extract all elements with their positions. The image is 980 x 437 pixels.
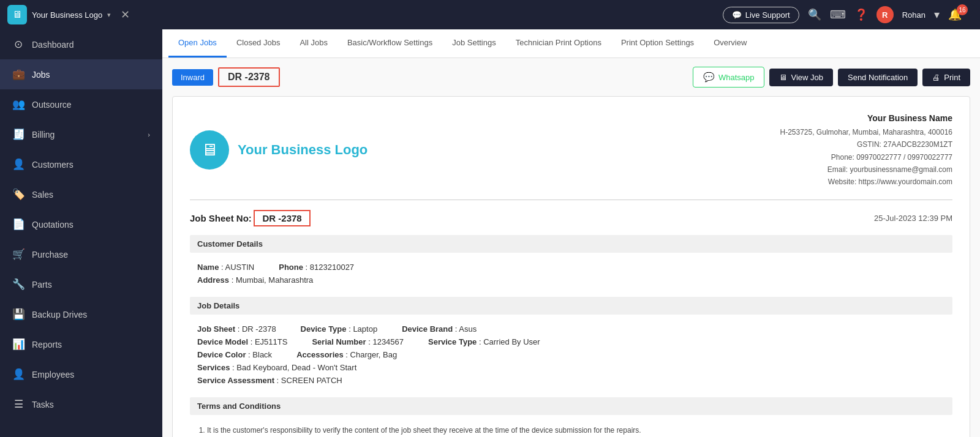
sidebar-item-outsource[interactable]: 👥 Outsource bbox=[0, 89, 162, 119]
print-button[interactable]: 🖨 Print bbox=[922, 69, 970, 86]
tab-basic-workflow[interactable]: Basic/Workflow Settings bbox=[337, 29, 442, 58]
parts-icon: 🔧 bbox=[12, 278, 24, 291]
tab-job-settings[interactable]: Job Settings bbox=[442, 29, 506, 58]
customer-section-header: Customer Details bbox=[190, 235, 952, 253]
job-id-section: Inward DR -2378 bbox=[172, 67, 280, 87]
sidebar-item-sales[interactable]: 🏷️ Sales bbox=[0, 179, 162, 209]
whatsapp-button[interactable]: 💬 Whatsapp bbox=[693, 67, 765, 88]
job-number-box: DR -2378 bbox=[218, 67, 279, 87]
header-right: 💬 Live Support 🔍 ⌨ ❓ R Rohan ▾ 🔔 16 bbox=[723, 6, 973, 23]
sidebar-item-purchase[interactable]: 🛒 Purchase bbox=[0, 239, 162, 269]
inward-badge: Inward bbox=[172, 69, 213, 86]
accessories-field: Accessories : Charger, Bag bbox=[296, 350, 397, 359]
billing-arrow-icon: › bbox=[148, 131, 150, 138]
sidebar-item-parts[interactable]: 🔧 Parts bbox=[0, 269, 162, 299]
tab-technician-print[interactable]: Technician Print Options bbox=[506, 29, 611, 58]
device-model-field: Device Model : EJ511TS bbox=[197, 337, 287, 346]
device-color-field: Device Color : Black bbox=[197, 350, 272, 359]
app-logo-icon: 🖥 bbox=[7, 5, 27, 24]
main-content: Open Jobs Closed Jobs All Jobs Basic/Wor… bbox=[162, 29, 980, 437]
customer-section-body: Name : AUSTIN Phone : 8123210027 Address… bbox=[190, 259, 952, 297]
employees-icon: 👤 bbox=[12, 368, 24, 381]
customer-phone: Phone : 8123210027 bbox=[279, 263, 354, 272]
outsource-icon: 👥 bbox=[12, 98, 24, 111]
business-logo: 🖥 Your Business Logo bbox=[190, 130, 368, 170]
job-section-header: Job Details bbox=[190, 297, 952, 315]
business-header: 🖥 Your Business Logo Your Business Name … bbox=[190, 111, 952, 200]
device-type-field: Device Type : Laptop bbox=[301, 324, 378, 334]
user-name: Rohan bbox=[902, 10, 925, 20]
job-row-1: Job Sheet : DR -2378 Device Type : Lapto… bbox=[197, 324, 945, 334]
sidebar-item-backup-drives[interactable]: 💾 Backup Drives bbox=[0, 299, 162, 329]
sidebar-item-dashboard[interactable]: ⊙ Dashboard bbox=[0, 29, 162, 59]
job-row-2: Device Model : EJ511TS Serial Number : 1… bbox=[197, 337, 945, 346]
customers-icon: 👤 bbox=[12, 158, 24, 171]
purchase-icon: 🛒 bbox=[12, 248, 24, 261]
business-logo-name: Your Business Logo bbox=[238, 142, 368, 158]
tab-open-jobs[interactable]: Open Jobs bbox=[168, 29, 227, 58]
sidebar-item-jobs[interactable]: 💼 Jobs bbox=[0, 59, 162, 89]
sidebar-item-tasks[interactable]: ☰ Tasks bbox=[0, 389, 162, 419]
tab-all-jobs[interactable]: All Jobs bbox=[290, 29, 337, 58]
serial-number-field: Serial Number : 1234567 bbox=[312, 337, 404, 346]
notification-count: 16 bbox=[957, 4, 968, 15]
terms-list: It is the customer's responsibility to v… bbox=[190, 421, 952, 437]
job-row-4: Services : Bad Keyboard, Dead - Won't St… bbox=[197, 363, 945, 372]
job-sheet-number-section: Job Sheet No: DR -2378 bbox=[190, 210, 311, 226]
sidebar-item-reports[interactable]: 📊 Reports bbox=[0, 329, 162, 359]
content-area: Inward DR -2378 💬 Whatsapp 🖥 View Job Se… bbox=[162, 58, 980, 437]
job-row-3: Device Color : Black Accessories : Charg… bbox=[197, 350, 945, 359]
jobs-icon: 💼 bbox=[12, 68, 24, 81]
reports-icon: 📊 bbox=[12, 338, 24, 351]
billing-icon: 🧾 bbox=[12, 128, 24, 141]
live-support-icon: 💬 bbox=[732, 10, 742, 20]
view-job-icon: 🖥 bbox=[779, 73, 787, 82]
action-buttons: 💬 Whatsapp 🖥 View Job Send Notification … bbox=[693, 67, 970, 88]
job-sheet-field: Job Sheet : DR -2378 bbox=[197, 324, 276, 334]
help-icon[interactable]: ❓ bbox=[854, 8, 868, 21]
logo-chevron-icon[interactable]: ▾ bbox=[107, 11, 111, 19]
notification-bell-wrap[interactable]: 🔔 16 bbox=[948, 8, 973, 21]
print-icon: 🖨 bbox=[932, 73, 940, 82]
sidebar-item-billing[interactable]: 🧾 Billing › bbox=[0, 119, 162, 149]
dashboard-icon: ⊙ bbox=[12, 38, 24, 51]
user-avatar: R bbox=[876, 6, 894, 23]
whatsapp-icon: 💬 bbox=[703, 72, 715, 83]
sidebar: ⊙ Dashboard 💼 Jobs 👥 Outsource 🧾 Billing… bbox=[0, 29, 162, 437]
close-button[interactable]: ✕ bbox=[121, 8, 130, 21]
assessment-field: Service Assessment : SCREEN PATCH bbox=[197, 376, 342, 385]
document-card: 🖥 Your Business Logo Your Business Name … bbox=[172, 96, 970, 437]
header-left: 🖥 Your Business Logo ▾ ✕ bbox=[7, 5, 130, 24]
job-sheet-number-value: DR -2378 bbox=[254, 210, 310, 226]
backup-icon: 💾 bbox=[12, 308, 24, 321]
job-sheet-date: 25-Jul-2023 12:39 PM bbox=[874, 214, 952, 223]
tab-overview[interactable]: Overview bbox=[704, 29, 756, 58]
user-dropdown-icon[interactable]: ▾ bbox=[934, 8, 940, 21]
job-section-body: Job Sheet : DR -2378 Device Type : Lapto… bbox=[190, 321, 952, 397]
business-address: Your Business Name H-253725, Gulmohar, M… bbox=[780, 111, 953, 189]
device-brand-field: Device Brand : Asus bbox=[402, 324, 477, 334]
tab-closed-jobs[interactable]: Closed Jobs bbox=[227, 29, 290, 58]
job-row-5: Service Assessment : SCREEN PATCH bbox=[197, 376, 945, 385]
customer-address: Address : Mumbai, Maharashtra bbox=[197, 275, 313, 285]
live-support-button[interactable]: 💬 Live Support bbox=[723, 7, 799, 23]
top-header: 🖥 Your Business Logo ▾ ✕ 💬 Live Support … bbox=[0, 0, 980, 29]
services-field: Services : Bad Keyboard, Dead - Won't St… bbox=[197, 363, 356, 372]
view-job-button[interactable]: 🖥 View Job bbox=[769, 69, 833, 86]
job-sheet-row: Job Sheet No: DR -2378 25-Jul-2023 12:39… bbox=[190, 210, 952, 226]
sidebar-item-customers[interactable]: 👤 Customers bbox=[0, 149, 162, 179]
business-logo-icon: 🖥 bbox=[190, 130, 229, 170]
sidebar-item-employees[interactable]: 👤 Employees bbox=[0, 359, 162, 389]
search-icon[interactable]: 🔍 bbox=[808, 8, 821, 21]
sidebar-item-quotations[interactable]: 📄 Quotations bbox=[0, 209, 162, 239]
tasks-icon: ☰ bbox=[12, 398, 24, 411]
send-notification-button[interactable]: Send Notification bbox=[838, 69, 918, 86]
customer-name: Name : AUSTIN bbox=[197, 263, 254, 272]
quotations-icon: 📄 bbox=[12, 218, 24, 231]
app-logo-text: Your Business Logo bbox=[32, 10, 102, 20]
keyboard-icon[interactable]: ⌨ bbox=[830, 8, 846, 21]
terms-item-1: It is the customer's responsibility to v… bbox=[207, 425, 945, 436]
layout: ⊙ Dashboard 💼 Jobs 👥 Outsource 🧾 Billing… bbox=[0, 29, 980, 437]
customer-address-row: Address : Mumbai, Maharashtra bbox=[197, 275, 945, 285]
tab-print-option[interactable]: Print Option Settings bbox=[611, 29, 704, 58]
